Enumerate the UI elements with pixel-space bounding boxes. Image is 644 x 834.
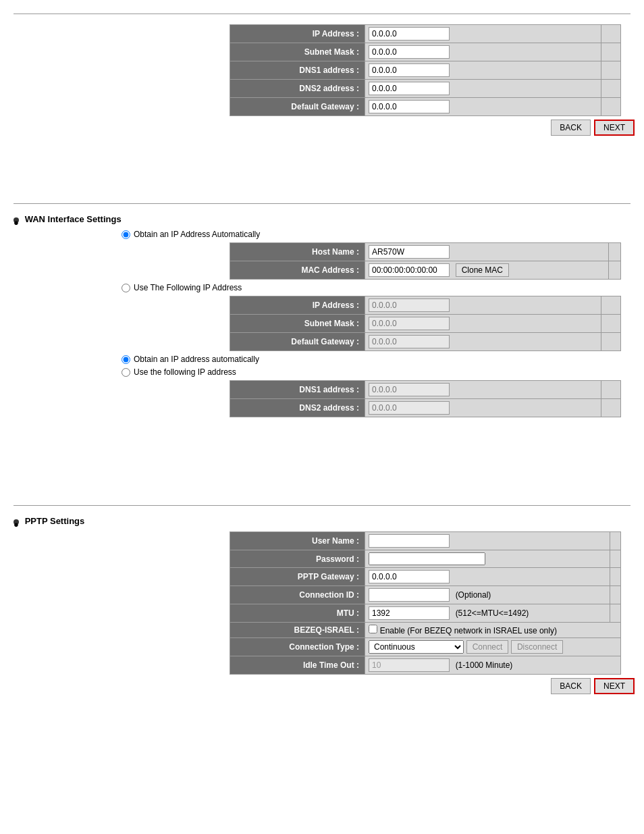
dns1-input[interactable]	[369, 63, 450, 77]
radio-obtain-ip-auto: Obtain an IP address automatically	[122, 355, 630, 364]
default-gateway-extra	[601, 98, 620, 116]
optional-text: (Optional)	[456, 590, 491, 600]
s2-subnet-mask-input[interactable]	[369, 317, 450, 330]
pptp-gateway-input[interactable]	[369, 570, 450, 583]
section3-table: User Name : Password : PPTP Gateway :	[230, 531, 621, 675]
table-row: MTU : (512<=MTU<=1492)	[230, 604, 621, 623]
username-cell	[365, 532, 610, 550]
dns2-label: DNS2 address :	[230, 80, 365, 98]
section3-next-button[interactable]: NEXT	[594, 678, 635, 694]
default-gateway-cell	[365, 98, 601, 116]
connect-button[interactable]: Connect	[466, 640, 509, 654]
mtu-hint: (512<=MTU<=1492)	[456, 608, 529, 618]
radio-obtain-auto-label: Obtain an IP Address Automatically	[134, 230, 260, 239]
s2-ip-address-label: IP Address :	[230, 296, 365, 315]
table-row: User Name :	[230, 532, 621, 550]
table-row: Host Name :	[230, 243, 621, 261]
idle-timeout-hint: (1-1000 Minute)	[456, 660, 513, 670]
s2-ip-address-cell	[365, 296, 601, 315]
radio-use-following-ip-input[interactable]	[122, 368, 130, 377]
bezeq-text: Enable (For BEZEQ network in ISRAEL use …	[380, 626, 557, 635]
s2-default-gateway-input[interactable]	[369, 335, 450, 348]
section3-back-button[interactable]: BACK	[551, 678, 591, 694]
dns1-label: DNS1 address :	[230, 61, 365, 80]
pptp-gateway-cell	[365, 568, 610, 586]
s2-ip-address-extra	[601, 296, 620, 315]
host-name-label: Host Name :	[230, 243, 365, 261]
dns2-input[interactable]	[369, 82, 450, 95]
password-label: Password :	[230, 550, 365, 568]
bezeq-checkbox[interactable]	[369, 625, 377, 633]
idle-timeout-input[interactable]	[369, 658, 450, 672]
section2-title: ● WAN Interface Settings	[14, 214, 630, 224]
s2-dns2-input[interactable]	[369, 401, 450, 415]
section2-dns-table: DNS1 address : DNS2 address :	[230, 380, 621, 417]
connection-id-extra	[610, 586, 620, 604]
s2-default-gateway-label: Default Gateway :	[230, 333, 365, 351]
connection-id-label: Connection ID :	[230, 586, 365, 604]
section3-buttons: BACK NEXT	[122, 678, 635, 694]
s2-dns2-extra	[601, 399, 620, 417]
pptp-gateway-extra	[610, 568, 620, 586]
connection-id-cell: (Optional)	[365, 586, 610, 604]
s2-ip-address-input[interactable]	[369, 298, 450, 312]
dns1-cell	[365, 61, 601, 80]
host-name-input[interactable]	[369, 245, 450, 259]
radio-use-following: Use The Following IP Address	[122, 283, 630, 292]
subnet-mask-input[interactable]	[369, 45, 450, 59]
radio-use-following-ip: Use the following IP address	[122, 367, 630, 377]
s2-dns1-cell	[365, 381, 601, 399]
section2-divider	[14, 203, 630, 204]
disconnect-button[interactable]: Disconnect	[511, 640, 563, 654]
s2-subnet-mask-cell	[365, 315, 601, 333]
connection-id-input[interactable]	[369, 588, 450, 602]
username-input[interactable]	[369, 534, 450, 548]
default-gateway-input[interactable]	[369, 100, 450, 113]
s2-dns1-input[interactable]	[369, 383, 450, 396]
connection-type-select[interactable]: Continuous Connect On Demand Manual	[369, 640, 464, 654]
mac-address-cell: Clone MAC	[365, 261, 609, 280]
section1-next-button[interactable]: NEXT	[594, 120, 635, 136]
table-row: BEZEQ-ISRAEL : Enable (For BEZEQ network…	[230, 623, 621, 638]
s2-default-gateway-extra	[601, 333, 620, 351]
table-row: Idle Time Out : (1-1000 Minute)	[230, 656, 621, 675]
password-input[interactable]	[369, 552, 485, 565]
dns1-extra	[601, 61, 620, 80]
mac-address-input[interactable]	[369, 263, 450, 277]
dns2-cell	[365, 80, 601, 98]
radio-obtain-auto-input[interactable]	[122, 230, 130, 239]
ip-address-extra	[601, 25, 620, 43]
table-row: Subnet Mask :	[230, 315, 621, 333]
s2-default-gateway-cell	[365, 333, 601, 351]
idle-timeout-cell: (1-1000 Minute)	[365, 656, 621, 675]
host-name-cell	[365, 243, 609, 261]
table-row: Subnet Mask :	[230, 43, 621, 61]
host-name-extra	[608, 243, 620, 261]
pptp-gateway-label: PPTP Gateway :	[230, 568, 365, 586]
radio-use-following-input[interactable]	[122, 284, 130, 292]
connection-type-cell: Continuous Connect On Demand Manual Conn…	[365, 638, 621, 656]
radio-obtain-ip-auto-input[interactable]	[122, 355, 130, 364]
section2-static-table: IP Address : Subnet Mask : Default Gatew…	[230, 296, 621, 351]
clone-mac-button[interactable]: Clone MAC	[456, 263, 509, 277]
section2-table: Host Name : MAC Address : Clone MAC	[230, 242, 621, 280]
section3: ● PPTP Settings User Name : Password : P…	[14, 505, 630, 694]
section3-divider	[14, 505, 630, 506]
mtu-label: MTU :	[230, 604, 365, 623]
ip-address-input[interactable]	[369, 27, 450, 41]
table-row: DNS2 address :	[230, 399, 621, 417]
dns2-extra	[601, 80, 620, 98]
bullet-icon-2: ●	[14, 519, 19, 525]
bullet-icon: ●	[14, 217, 19, 223]
mac-address-label: MAC Address :	[230, 261, 365, 280]
mtu-input[interactable]	[369, 606, 450, 620]
password-cell	[365, 550, 610, 568]
s2-dns2-cell	[365, 399, 601, 417]
radio-use-following-label: Use The Following IP Address	[134, 283, 242, 292]
username-extra	[610, 532, 620, 550]
username-label: User Name :	[230, 532, 365, 550]
section1-back-button[interactable]: BACK	[551, 120, 591, 136]
mac-address-extra	[608, 261, 620, 280]
section2: ● WAN Interface Settings Obtain an IP Ad…	[14, 203, 630, 417]
section3-title: ● PPTP Settings	[14, 516, 630, 526]
